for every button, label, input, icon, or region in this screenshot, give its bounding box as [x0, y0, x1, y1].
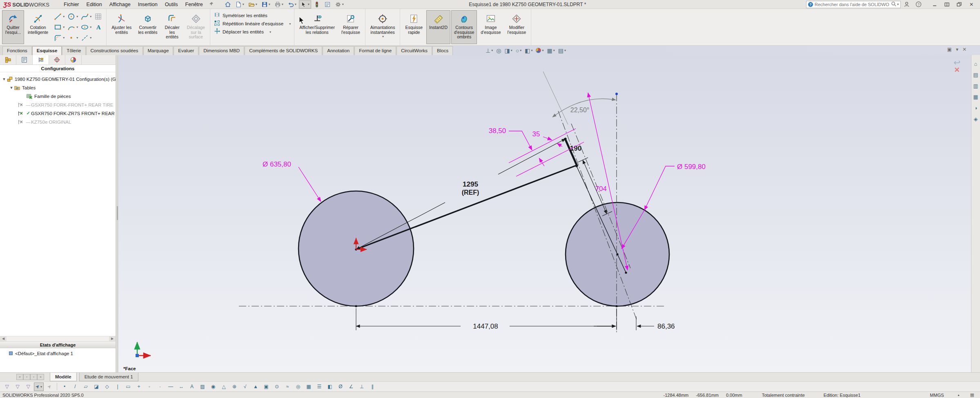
prev-tab-button[interactable]: ‹ [23, 374, 30, 380]
menu-edition[interactable]: Edition [83, 2, 106, 7]
tab-marquage[interactable]: Marquage [143, 46, 174, 55]
filter-angle-dim-button[interactable]: ∠ [346, 382, 356, 391]
menu-insertion[interactable]: Insertion [134, 2, 161, 7]
filter-funnel-button[interactable]: ▽ [2, 382, 12, 391]
rear-dia-leader[interactable] [298, 167, 321, 202]
filter-surface-body-button[interactable]: ◪ [91, 382, 101, 391]
tab-constructions-soud-es[interactable]: Constructions soudées [86, 46, 143, 55]
hide-show-items-button[interactable]: ○▾ [514, 47, 523, 54]
filter-annotation-button[interactable]: ☰ [314, 382, 324, 391]
options-button[interactable]: ▾ [333, 0, 345, 9]
tree-config-1[interactable]: ✓GSXR750 FORK-ZR7S FRONT+ REAR TIRE [0, 109, 116, 118]
fork-construction-line-1[interactable] [509, 129, 576, 163]
panel-tab-display-manager[interactable] [65, 55, 82, 64]
apply-scene-caret-icon[interactable]: ▾ [553, 49, 555, 52]
linear-sketch-pattern-button[interactable]: Répétition linéaire d'esquisse▾ [214, 20, 291, 28]
rebuild-button[interactable] [312, 0, 322, 9]
select-button[interactable]: ▾ [299, 0, 311, 9]
dim-tube-offset[interactable]: 35 [532, 130, 540, 138]
tree-tables-folder[interactable]: ▼Tables [0, 83, 116, 92]
menu-affichage[interactable]: Affichage [106, 2, 134, 7]
tab-annotation[interactable]: Annotation [323, 46, 354, 55]
dim-rake-angle[interactable]: 22,50° [570, 107, 589, 113]
section-view-caret-icon[interactable]: ▾ [511, 49, 512, 52]
filter-surface-finish-button[interactable]: √ [240, 382, 250, 391]
collapse-pane-icon[interactable]: ▾ [956, 47, 958, 52]
units-caret-icon[interactable]: ▴ [958, 393, 960, 397]
trim-entities-button[interactable]: Ajuster les entités [109, 10, 134, 44]
help-search-box[interactable]: ? ▾ [806, 1, 901, 8]
move-entities-button[interactable]: Déplacer les entités▾ [214, 28, 291, 36]
dim-trail[interactable]: 86,36 [657, 322, 675, 330]
filter-connection-point-button[interactable]: ⊙ [272, 382, 282, 391]
select-cursor-button[interactable]: ➤▾ [34, 382, 44, 391]
filter-solid-body-button[interactable]: ◇ [102, 382, 112, 391]
edit-appearance-button[interactable]: ▾ [534, 48, 545, 53]
filter-plane-button[interactable]: ▭ [123, 382, 133, 391]
dim-front-diameter[interactable]: Ø 599,80 [677, 163, 706, 171]
view-palette-icon[interactable]: ▦ [973, 94, 978, 100]
tab-esquisse[interactable]: Esquisse [32, 46, 62, 55]
filter-section-line-button[interactable]: ◧ [325, 382, 335, 391]
options-caret-icon[interactable]: ▾ [342, 2, 344, 6]
filter-note-button[interactable]: A [187, 382, 197, 391]
tab-t-lerie[interactable]: Tôlerie [62, 46, 85, 55]
design-library-icon[interactable]: ▤ [973, 72, 978, 78]
open-document-button[interactable]: ▾ [247, 0, 259, 9]
menu-fichier[interactable]: Fichier [60, 2, 83, 7]
steering-head-line[interactable] [565, 138, 577, 167]
dim-fork-length[interactable]: 704 [595, 185, 607, 193]
custom-properties-icon[interactable]: ◈ [974, 116, 978, 122]
mirror-entities-button[interactable]: Symétriser les entités [214, 11, 291, 20]
instant-snaps-button[interactable]: Aimantations instantanées▾ [368, 10, 398, 44]
print-document-button[interactable]: ▾ [273, 0, 285, 9]
front-dia-leader[interactable] [644, 166, 675, 210]
home-button[interactable] [223, 0, 233, 9]
dim-ref-length[interactable]: 1295 [463, 180, 478, 188]
ellipse-tool[interactable]: ▾ [80, 22, 92, 32]
close-pane-icon[interactable]: ✕ [962, 47, 967, 52]
save-document-caret-icon[interactable]: ▾ [269, 2, 270, 6]
tab-motion-study[interactable]: Etude de mouvement 1 [79, 373, 138, 381]
line-caret-icon[interactable]: ▾ [63, 15, 65, 18]
filter-edge-button[interactable]: / [70, 382, 80, 391]
rect-caret-icon[interactable]: ▾ [63, 25, 65, 29]
new-document-button[interactable]: ▾ [234, 0, 246, 9]
help-icon[interactable]: ? [915, 1, 922, 7]
centerline-tool[interactable]: ▾ [80, 33, 92, 42]
first-tab-button[interactable]: « [16, 374, 23, 380]
undo-button[interactable]: ▾ [286, 0, 298, 9]
tab-blocs[interactable]: Blocs [432, 46, 453, 55]
appearances-scenes-icon[interactable]: ◑ [974, 105, 978, 111]
filter-face-button[interactable]: ▱ [81, 382, 91, 391]
tree-config-0[interactable]: —GSXR750 FORK-FRONT+ REAR TIRE [0, 100, 116, 109]
span-displays-button[interactable] [941, 0, 953, 9]
zoom-fit-button[interactable]: ◎ [494, 47, 503, 54]
view-orientation-button[interactable]: ⊥▾ [484, 47, 494, 54]
undo-caret-icon[interactable]: ▾ [295, 2, 296, 6]
circle-tool[interactable]: ▾ [66, 12, 79, 21]
textA-tool[interactable]: A [93, 22, 103, 32]
solidworks-resources-icon[interactable]: ⌂ [974, 61, 978, 67]
search-input[interactable] [813, 2, 891, 7]
ellipse-caret-icon[interactable]: ▾ [90, 25, 91, 29]
menu-outils[interactable]: Outils [161, 2, 182, 7]
scroll-left-button[interactable]: ◀ [0, 336, 7, 341]
view-orientation-caret-icon[interactable]: ▾ [491, 49, 493, 52]
instant2d-button[interactable]: Instant2D [426, 10, 450, 44]
fillet-caret-icon[interactable]: ▾ [63, 36, 65, 40]
close-button[interactable]: ✕ [965, 0, 978, 9]
filter-balloon-button[interactable]: ◉ [208, 382, 218, 391]
tab-circuitworks[interactable]: CircuitWorks [396, 46, 432, 55]
linear-sketch-pattern-caret-icon[interactable]: ▾ [289, 22, 291, 26]
save-document-button[interactable]: ▾ [260, 0, 272, 9]
offset-entities-button[interactable]: Décaler les entités [161, 10, 183, 44]
spline-caret-icon[interactable]: ▾ [90, 15, 91, 18]
last-tab-button[interactable]: » [37, 374, 44, 380]
select-caret-icon[interactable]: ▾ [308, 2, 310, 6]
hide-show-items-caret-icon[interactable]: ▾ [520, 49, 521, 52]
tab-format-de-ligne[interactable]: Format de ligne [354, 46, 396, 55]
filter-dowel-symbol-button[interactable]: ◎ [293, 382, 303, 391]
display-style-caret-icon[interactable]: ▾ [531, 49, 532, 52]
filter-midpoint-button[interactable]: ∙ [155, 382, 165, 391]
